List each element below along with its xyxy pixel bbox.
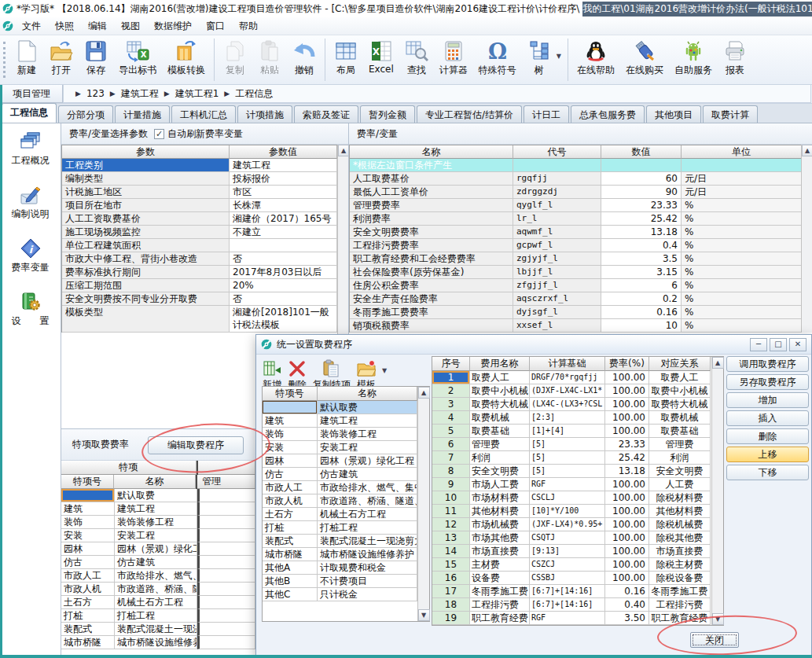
restore-icon[interactable]: □ [770, 338, 787, 351]
auto-refresh-checkbox[interactable]: ✓ [154, 129, 164, 139]
var-row[interactable]: 职工教育经费和工会经费费率 zgjyjf_l 3.5 % [350, 252, 802, 266]
dialog-action-button[interactable]: 插入 [726, 410, 809, 426]
fee-row[interactable]: 5 取费基础 [1]+[4] 100.00 取费基础 [432, 425, 723, 438]
fee-row[interactable]: 1 取费人工 DRGF/70*rgqfjj 100.00 取费人工 [432, 371, 723, 384]
column-header[interactable]: 特项号 [263, 387, 318, 401]
dialog-title-bar[interactable]: 统一设置取费程序 ─ □ ✕ [256, 335, 811, 355]
document-tab[interactable]: 计日工 [524, 105, 569, 123]
breadcrumb-item[interactable]: ▶ 建筑工程 [105, 87, 159, 101]
param-row[interactable]: 计税施工地区 市区 [62, 186, 349, 199]
special-fee-row[interactable]: 默认取费 [61, 489, 255, 502]
special-fee-row[interactable]: 建筑 建筑工程 [61, 502, 255, 516]
special-fee-row[interactable]: 园林 园林（景观）绿化工程 [61, 542, 255, 556]
document-tab[interactable]: 暂列金额 [360, 105, 415, 123]
toolbar-button[interactable]: 自助服务 [669, 39, 718, 77]
var-row[interactable]: 最低人工工资单价 zdrggzdj 90 元/日 [350, 186, 802, 199]
dialog-action-button[interactable]: 删除 [726, 428, 809, 444]
menu-item[interactable]: 帮助 [232, 18, 265, 34]
var-row[interactable]: 管理费费率 qyglf_l 23.33 % [350, 199, 802, 212]
breadcrumb-item[interactable]: ▶ 建筑工程1 [159, 87, 219, 101]
fee-row[interactable]: 3 取费特大机械 (LX4C-(LX3+?CSL 100.00 取费特大机械 [432, 398, 723, 411]
column-header[interactable]: 费用名称 [470, 357, 530, 371]
special-fee-row[interactable]: 装配式 装配式混凝土一现浇剪力 [61, 623, 255, 636]
column-header[interactable]: 名称 [350, 145, 513, 159]
document-tab[interactable]: 总承包服务费 [571, 105, 645, 123]
document-tab[interactable]: 专业工程暂估/结算价 [417, 105, 522, 123]
dialog-special-row[interactable]: 装饰 装饰装修工程 [263, 428, 429, 441]
toolbar-button[interactable]: 打开 [44, 39, 79, 77]
dialog-special-row[interactable]: 安装 安装工程 [263, 441, 429, 454]
dialog-action-button[interactable]: 上移 [726, 447, 809, 462]
document-tab[interactable]: 工程信息 [2, 103, 57, 123]
project-manager-tab[interactable]: 项目管理 [0, 85, 63, 103]
fee-row[interactable]: 8 安全文明费 [5] 13.18 安全文明费 [432, 465, 723, 478]
special-fee-row[interactable]: 安装 安装工程 [61, 529, 255, 542]
menu-item[interactable]: 窗口 [199, 18, 232, 34]
toolbar-button[interactable]: 在线购买 [620, 39, 669, 77]
toolbar-button[interactable]: 树 [522, 39, 557, 77]
dialog-close-button[interactable]: 关闭 [690, 632, 739, 648]
special-fee-row[interactable]: 市政人工 市政给排水、燃气、集中 [61, 569, 255, 583]
special-fee-row[interactable]: 城市桥隧 城市桥隧设施维修养护 [61, 636, 255, 649]
var-row[interactable]: 工程排污费费率 gcpwf_l 0.4 % [350, 239, 802, 252]
menu-item[interactable]: 文件 [15, 18, 48, 34]
document-tab[interactable]: 计项措施 [237, 105, 292, 123]
param-row[interactable]: 市政大中修工程、背街小巷改造 否 [62, 252, 349, 266]
column-header[interactable]: 管理 [197, 475, 255, 489]
menu-item[interactable]: 数据维护 [147, 18, 199, 34]
template-dropdown-arrow-icon[interactable]: ▼ [382, 367, 387, 384]
var-row[interactable]: 安全文明费费率 aqwmf_l 13.18 % [350, 226, 802, 239]
param-row[interactable]: 安全文明费按不同专业分开取费 否 [62, 292, 349, 306]
toolbar-button[interactable]: 保存 [79, 39, 113, 77]
dialog-special-row[interactable]: 打桩 打桩工程 [263, 521, 429, 535]
toolbar-button[interactable]: 新建 [9, 39, 44, 77]
var-scrollbar[interactable]: ▲ [801, 145, 812, 333]
document-tab[interactable]: 计量措施 [115, 105, 170, 123]
fee-row[interactable]: 13 市场其他费 CSQTJ 100.00 除税其他费 [432, 531, 723, 545]
fee-row[interactable]: 19 职工教育经费 RGF 3.50 职工教育经费 [432, 612, 723, 625]
document-tab[interactable]: 工料机汇总 [171, 105, 236, 123]
column-header[interactable]: 名称 [318, 387, 417, 401]
fee-row[interactable]: 2 取费中小机械 (DJXF-LX4C-LX1* 100.00 取费中小机械 [432, 384, 723, 398]
fee-row[interactable]: 11 其他材料费 [10]*Y/100 100.00 其他材料费 [432, 505, 723, 518]
toolbar-button[interactable]: X 导出标书 [113, 39, 162, 77]
fee-row[interactable]: 7 利润 [5] 25.42 利润 [432, 451, 723, 465]
column-header[interactable]: 特项号 [61, 475, 114, 489]
param-row[interactable]: 单位工程建筑面积 [62, 239, 349, 252]
document-tab[interactable]: 取费计算 [703, 105, 758, 123]
var-row[interactable]: 冬雨季施工费费率 dyjsgf_l 0.16 % [350, 306, 802, 319]
special-fee-row[interactable]: 市政人机 市政道路、桥涵、隧道、 [61, 583, 255, 596]
toolbar-button[interactable]: X Excel [363, 39, 399, 77]
toolbar-button[interactable]: 粘贴 [252, 39, 287, 77]
toolbar-button[interactable]: Ω 特殊符号 [473, 39, 522, 77]
tree-dropdown-arrow-icon[interactable]: ▼ [557, 53, 564, 71]
column-header[interactable]: 对应关系 [649, 357, 711, 371]
toolbar-button[interactable]: 模板转换 [162, 39, 211, 77]
toolbar-grip[interactable] [3, 42, 6, 78]
var-row[interactable]: 销项税额费率 xxsef_l 10 % [350, 319, 802, 333]
column-header[interactable]: 单位 [682, 145, 802, 159]
scroll-up-icon[interactable]: ▲ [418, 387, 430, 399]
menu-item[interactable]: 视图 [114, 18, 147, 34]
close-icon[interactable]: ✕ [789, 338, 806, 351]
dialog-list-scrollbar[interactable]: ▲ ▼ [417, 387, 429, 621]
param-row[interactable]: 压缩工期范围 20% [62, 279, 349, 292]
param-row[interactable]: 费率标准执行期间 2017年8月03日以后 [62, 266, 349, 279]
fee-row[interactable]: 14 市场直接费 [9:13] 100.00 市场直接费 [432, 545, 723, 558]
dialog-special-row[interactable]: 城市桥隧 城市桥隧设施维修养护 [263, 548, 429, 561]
column-header[interactable]: 费率(%) [605, 357, 649, 371]
param-row[interactable]: 施工现场视频监控 不建立 [62, 226, 349, 239]
var-row[interactable]: 住房公积金费率 zfgjjf_l 6 % [350, 279, 802, 292]
dialog-action-button[interactable]: 下移 [726, 465, 809, 480]
column-header[interactable]: 名称 [114, 475, 196, 489]
breadcrumb-item[interactable]: ▶ 123 [70, 88, 105, 99]
edit-fee-program-button[interactable]: 编辑取费程序 [148, 436, 244, 454]
dialog-special-row[interactable]: 其他B 不计费项目 [263, 575, 429, 588]
dialog-special-row[interactable]: 装配式 装配式混凝土一现浇剪力 [263, 535, 429, 548]
dialog-action-button[interactable]: 调用取费程序 [726, 356, 809, 372]
sidebar-item[interactable]: 工程概况 [12, 131, 50, 167]
fee-row[interactable]: 12 市场机械费 (JXF-LX4)*0.95+ 100.00 除税机械费 [432, 518, 723, 531]
special-fee-row[interactable]: 打桩 打桩工程 [61, 609, 255, 623]
sidebar-item[interactable]: i 费率变量 [12, 238, 50, 274]
dialog-special-row[interactable]: 默认取费 [263, 401, 429, 414]
